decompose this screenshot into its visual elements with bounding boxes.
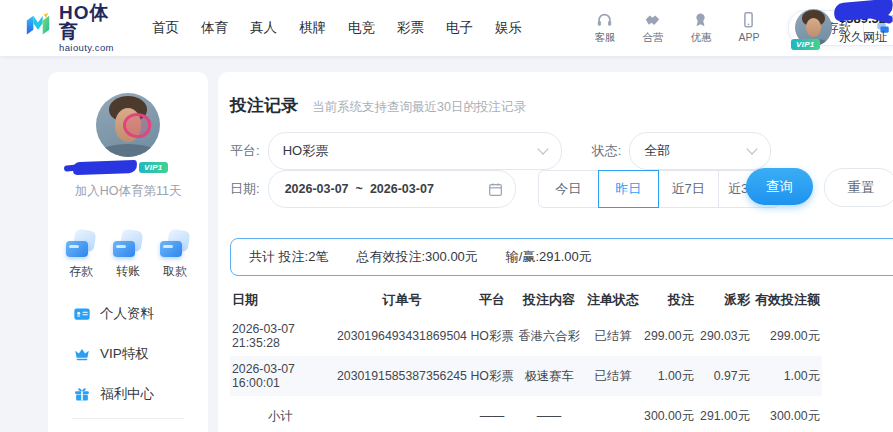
table-row: 2026-03-07 16:00:01 2030191585387356245 … — [230, 356, 822, 396]
vip-menu-label: VIP特权 — [100, 345, 149, 363]
logo-domain: haiouty.com — [59, 43, 114, 53]
gift-icon — [73, 385, 91, 403]
deposit-3d-icon — [66, 230, 96, 257]
table-row: 2026-03-07 21:35:28 2030196493431869504 … — [230, 316, 822, 356]
cell-valid: 299.00元 — [752, 316, 822, 356]
nav-item-esports[interactable]: 电竞 — [348, 19, 375, 37]
platform-select[interactable]: HO彩票 — [268, 132, 562, 170]
reset-button[interactable]: 重置 — [824, 168, 893, 207]
preset-today-button[interactable]: 今日 — [538, 170, 599, 208]
subtotal-row: 小计 —— —— 300.00元 291.00元 300.00元 — [230, 396, 822, 432]
cell-bet: 1.00元 — [644, 356, 696, 396]
promo-label: 优惠 — [690, 31, 711, 45]
main-nav: 首页 体育 真人 棋牌 电竞 彩票 电子 娱乐 — [152, 19, 522, 37]
vip-badge: VIP1 — [139, 162, 168, 173]
cell-order: 2030191585387356245 — [336, 356, 468, 396]
nav-item-fun[interactable]: 娱乐 — [495, 19, 522, 37]
handshake-icon — [643, 11, 662, 29]
sidebar-item-vip[interactable]: VIP特权 — [48, 334, 208, 374]
nav-item-slots[interactable]: 电子 — [446, 19, 473, 37]
divider — [72, 418, 184, 419]
preset-7days-button[interactable]: 近7日 — [658, 170, 719, 208]
cell-payout: 290.03元 — [696, 316, 752, 356]
app-link[interactable]: APP — [732, 11, 766, 45]
headset-icon — [595, 11, 614, 29]
withdraw-3d-icon — [160, 230, 190, 257]
profile-menu-label: 个人资料 — [100, 305, 154, 323]
top-header: HO体育 haiouty.com 首页 体育 真人 棋牌 电竞 彩票 电子 娱乐 — [0, 0, 893, 56]
subtotal-content: —— — [516, 396, 582, 432]
transfer-3d-icon — [113, 230, 143, 257]
status-select[interactable]: 全部 — [629, 132, 771, 170]
bet-records-panel: 投注记录 当前系统支持查询最近30日的投注记录 平台: HO彩票 状态: 全部 … — [218, 72, 893, 432]
phone-icon — [739, 11, 758, 29]
preset-yesterday-button[interactable]: 昨日 — [598, 170, 659, 208]
filter-row-platform: 平台: HO彩票 状态: 全部 — [230, 132, 771, 170]
date-to-value: 2026-03-07 — [370, 182, 434, 196]
site-logo[interactable]: HO体育 haiouty.com — [24, 3, 114, 53]
service-link[interactable]: 客服 — [588, 11, 622, 45]
nav-item-sports[interactable]: 体育 — [201, 19, 228, 37]
annotation-scribble — [73, 160, 137, 175]
cell-status: 已结算 — [582, 356, 644, 396]
subtotal-platform: —— — [468, 396, 516, 432]
nav-item-cards[interactable]: 棋牌 — [299, 19, 326, 37]
calendar-icon — [488, 182, 503, 197]
deposit-label: 存款 — [69, 263, 93, 280]
welfare-menu-label: 福利中心 — [100, 385, 154, 403]
partner-link[interactable]: 合营 — [636, 11, 670, 45]
join-days-note: 加入HO体育第11天 — [48, 183, 208, 200]
cell-date: 2026-03-07 21:35:28 — [230, 316, 336, 356]
nav-item-lottery[interactable]: 彩票 — [397, 19, 424, 37]
sidebar-deposit-button[interactable]: 存款 — [60, 230, 102, 280]
date-label: 日期: — [230, 180, 260, 198]
date-range-input[interactable]: 2026-03-07 ~ 2026-03-07 — [268, 170, 516, 208]
vip-badge: VIP1 — [791, 39, 820, 50]
cell-platform: HO彩票 — [468, 316, 516, 356]
col-platform: 平台 — [468, 284, 516, 316]
sidebar-menu: 个人资料 VIP特权 — [48, 294, 208, 414]
subtotal-valid: 300.00元 — [752, 396, 822, 432]
sidebar-quick-actions: 存款 转账 取款 — [60, 230, 196, 280]
platform-label: 平台: — [230, 142, 260, 160]
col-order: 订单号 — [336, 284, 468, 316]
sidebar-item-profile[interactable]: 个人资料 — [48, 294, 208, 334]
avatar[interactable]: VIP1 — [795, 9, 832, 46]
cell-bet: 299.00元 — [644, 316, 696, 356]
col-bet: 投注 — [644, 284, 696, 316]
nav-item-live[interactable]: 真人 — [250, 19, 277, 37]
permanent-url-link[interactable]: 永久网址 — [839, 31, 893, 43]
summary-valid: 总有效投注:300.00元 — [356, 248, 477, 266]
partner-label: 合营 — [642, 31, 663, 45]
logo-m-icon — [24, 13, 52, 43]
col-date: 日期 — [230, 284, 336, 316]
page-title: 投注记录 — [230, 94, 298, 117]
cell-content: 极速赛车 — [516, 356, 582, 396]
summary-total: 共计 投注:2笔 — [249, 248, 328, 266]
nav-item-home[interactable]: 首页 — [152, 19, 179, 37]
subtotal-label: 小计 — [230, 396, 336, 432]
transfer-label: 转账 — [116, 263, 140, 280]
date-from-value: 2026-03-07 — [285, 182, 349, 196]
col-content: 投注内容 — [516, 284, 582, 316]
bet-records-table: 日期 订单号 平台 投注内容 注单状态 投注 派彩 有效投注额 2026-03-… — [230, 284, 822, 432]
cell-date: 2026-03-07 16:00:01 — [230, 356, 336, 396]
cell-valid: 1.00元 — [752, 356, 822, 396]
sidebar-transfer-button[interactable]: 转账 — [107, 230, 149, 280]
crown-icon — [73, 345, 91, 363]
col-status: 注单状态 — [582, 284, 644, 316]
cell-platform: HO彩票 — [468, 356, 516, 396]
profile-sidebar: VIP1 加入HO体育第11天 存款 转账 取款 — [48, 72, 208, 432]
app-label: APP — [738, 31, 759, 43]
query-button[interactable]: 查询 — [746, 168, 813, 205]
id-card-icon — [73, 305, 91, 323]
date-separator: ~ — [356, 182, 363, 196]
sidebar-withdraw-button[interactable]: 取款 — [154, 230, 196, 280]
sidebar-item-welfare[interactable]: 福利中心 — [48, 374, 208, 414]
chevron-down-icon — [537, 143, 548, 154]
summary-winloss: 输/赢:291.00元 — [506, 248, 592, 266]
cell-order: 2030196493431869504 — [336, 316, 468, 356]
promo-link[interactable]: 优惠 — [684, 11, 718, 45]
cell-status: 已结算 — [582, 316, 644, 356]
profile-avatar[interactable] — [96, 93, 160, 157]
